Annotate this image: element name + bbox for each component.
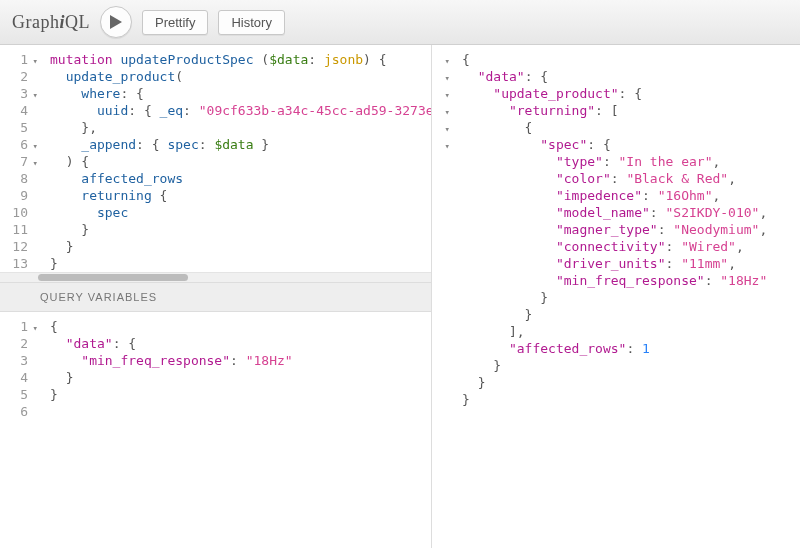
code-line[interactable]: ], [462,323,767,340]
main-panes: 1▾23▾456▾7▾8910111213 mutation updatePro… [0,45,800,548]
code-line[interactable]: where: { [50,85,431,102]
left-pane: 1▾23▾456▾7▾8910111213 mutation updatePro… [0,45,432,548]
code-line[interactable]: } [50,255,431,272]
fold-toggle-icon[interactable]: ▾ [445,53,450,70]
gutter-line: 7▾ [0,153,28,170]
variables-editor[interactable]: 1▾23456 { "data": { "min_freq_response":… [0,312,431,549]
code-line[interactable]: } [50,221,431,238]
code-line[interactable]: "color": "Black & Red", [462,170,767,187]
gutter-line: 6▾ [0,136,28,153]
code-line[interactable]: } [50,386,293,403]
gutter-line [436,255,440,272]
gutter-line [436,238,440,255]
gutter-line [436,153,440,170]
gutter-line: 9 [0,187,28,204]
gutter-line: 1▾ [0,51,28,68]
gutter-line: 4 [0,369,28,386]
gutter-line: ▾ [436,102,440,119]
gutter-line [436,357,440,374]
code-line[interactable]: } [462,306,767,323]
gutter-line [436,391,440,408]
prettify-button[interactable]: Prettify [142,10,208,35]
code-line[interactable]: affected_rows [50,170,431,187]
code-line[interactable]: } [462,357,767,374]
code-line[interactable]: } [462,391,767,408]
gutter-line: 5 [0,386,28,403]
fold-toggle-icon[interactable]: ▾ [445,70,450,87]
gutter-line: 11 [0,221,28,238]
code-line[interactable]: "driver_units": "11mm", [462,255,767,272]
code-line[interactable]: mutation updateProductSpec ($data: jsonb… [50,51,431,68]
fold-toggle-icon[interactable]: ▾ [33,320,38,337]
code-line[interactable]: "spec": { [462,136,767,153]
gutter-line: 3▾ [0,85,28,102]
gutter-line [436,187,440,204]
code-line[interactable]: _append: { spec: $data } [50,136,431,153]
gutter-line: ▾ [436,68,440,85]
gutter-line: 8 [0,170,28,187]
code-line[interactable]: } [462,374,767,391]
fold-toggle-icon[interactable]: ▾ [33,87,38,104]
code-line[interactable]: } [50,238,431,255]
gutter-line: ▾ [436,136,440,153]
code-line[interactable]: "min_freq_response": "18Hz" [50,352,293,369]
code-line[interactable]: { [50,318,293,335]
code-line[interactable]: "connectivity": "Wired", [462,238,767,255]
execute-button[interactable] [100,6,132,38]
gutter-line: 1▾ [0,318,28,335]
history-button[interactable]: History [218,10,284,35]
gutter-line [436,272,440,289]
code-line[interactable]: "data": { [50,335,293,352]
query-variables-header[interactable]: Query Variables [0,282,431,312]
fold-toggle-icon[interactable]: ▾ [445,104,450,121]
result-pane: ▾▾▾▾▾▾ { "data": { "update_product": { "… [432,45,800,548]
gutter-line: 5 [0,119,28,136]
code-line[interactable]: returning { [50,187,431,204]
gutter-line: ▾ [436,85,440,102]
code-line[interactable]: "returning": [ [462,102,767,119]
code-line[interactable]: { [462,51,767,68]
gutter-line [436,170,440,187]
gutter-line [436,340,440,357]
code-line[interactable]: }, [50,119,431,136]
gutter-line: ▾ [436,119,440,136]
code-line[interactable]: "update_product": { [462,85,767,102]
fold-toggle-icon[interactable]: ▾ [445,121,450,138]
code-line[interactable]: "min_freq_response": "18Hz" [462,272,767,289]
code-line[interactable]: "model_name": "S2IKDY-010", [462,204,767,221]
toolbar: GraphiQL Prettify History [0,0,800,45]
gutter-line: 10 [0,204,28,221]
fold-toggle-icon[interactable]: ▾ [445,87,450,104]
code-line[interactable]: "impedence": "16Ohm", [462,187,767,204]
gutter-line: ▾ [436,51,440,68]
gutter-line [436,204,440,221]
code-line[interactable] [50,403,293,420]
code-line[interactable]: { [462,119,767,136]
fold-toggle-icon[interactable]: ▾ [445,138,450,155]
gutter-line [436,374,440,391]
horizontal-scrollbar[interactable] [0,272,431,282]
code-line[interactable]: } [462,289,767,306]
fold-toggle-icon[interactable]: ▾ [33,138,38,155]
gutter-line [436,289,440,306]
gutter-line: 13 [0,255,28,272]
code-line[interactable]: "magner_type": "Neodymium", [462,221,767,238]
query-editor[interactable]: 1▾23▾456▾7▾8910111213 mutation updatePro… [0,45,431,282]
code-line[interactable]: "affected_rows": 1 [462,340,767,357]
code-line[interactable]: update_product( [50,68,431,85]
gutter-line: 2 [0,335,28,352]
fold-toggle-icon[interactable]: ▾ [33,53,38,70]
gutter-line: 4 [0,102,28,119]
gutter-line: 12 [0,238,28,255]
code-line[interactable]: "data": { [462,68,767,85]
gutter-line: 2 [0,68,28,85]
gutter-line [436,221,440,238]
code-line[interactable]: } [50,369,293,386]
graphiql-logo: GraphiQL [12,12,90,33]
gutter-line: 6 [0,403,28,420]
code-line[interactable]: spec [50,204,431,221]
fold-toggle-icon[interactable]: ▾ [33,155,38,172]
code-line[interactable]: ) { [50,153,431,170]
code-line[interactable]: uuid: { _eq: "09cf633b-a34c-45cc-ad59-32… [50,102,431,119]
code-line[interactable]: "type": "In the ear", [462,153,767,170]
